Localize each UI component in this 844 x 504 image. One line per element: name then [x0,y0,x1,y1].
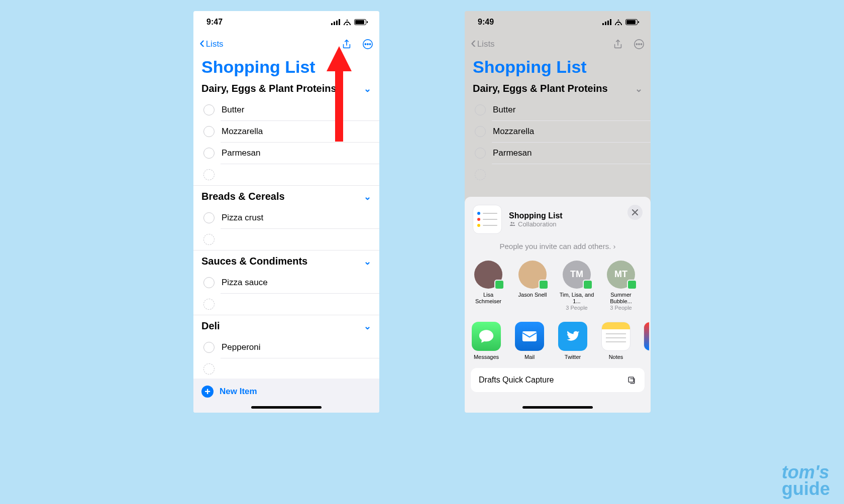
reminder-item[interactable]: Butter [465,99,651,120]
status-bar: 9:49 [465,11,651,33]
svg-point-7 [639,44,640,45]
placeholder-circle [475,169,486,180]
checkbox-circle[interactable] [203,126,215,137]
share-contact[interactable]: TMTim, Lisa, and 1...3 People [559,261,594,312]
nav-bar: Lists [193,33,379,55]
checkbox-circle[interactable] [203,342,215,353]
avatar: TM [563,261,591,289]
chevron-down-icon: ⌄ [364,83,371,94]
section-header[interactable]: Breads & Cereals ⌄ [193,185,379,207]
checkbox-circle[interactable] [475,104,486,115]
share-contact[interactable]: Lisa Schmeiser [471,261,506,312]
share-app-notes[interactable]: Notes [600,322,631,360]
share-sheet-title: Shopping List [509,211,563,220]
phone-left: 9:47 Lists Shopping List [193,11,379,413]
section-name: Deli [201,320,220,332]
section-name: Dairy, Eggs & Plant Proteins [201,83,337,94]
section-header[interactable]: Dairy, Eggs & Plant Proteins ⌄ [193,81,379,99]
new-item-label: New Item [220,387,257,397]
section-name: Sauces & Condiments [201,256,307,267]
section-header[interactable]: Sauces & Condiments ⌄ [193,250,379,272]
reminder-item[interactable]: Mozzarella [193,121,379,142]
checkbox-circle[interactable] [203,148,215,159]
back-button[interactable]: Lists [471,38,495,50]
wifi-icon [343,19,351,25]
app-label: Mail [514,354,545,360]
status-time: 9:47 [206,18,223,27]
permission-button[interactable]: People you invite can add others. [465,239,651,258]
chevron-down-icon: ⌄ [364,256,371,267]
home-indicator [522,406,593,409]
reminder-item[interactable]: Butter [193,99,379,120]
back-label: Lists [477,39,495,49]
new-item-placeholder[interactable] [193,164,379,185]
new-item-placeholder[interactable] [193,358,379,380]
item-label: Butter [222,105,371,115]
close-button[interactable] [627,205,643,220]
home-indicator [251,406,322,409]
share-app-mail[interactable]: Mail [514,322,545,360]
page-title: Shopping List [193,55,379,81]
back-button[interactable]: Lists [199,38,224,50]
reminder-item[interactable]: Pepperoni [193,337,379,358]
placeholder-circle [203,363,215,374]
chevron-down-icon: ⌄ [364,321,371,332]
section-name: Dairy, Eggs & Plant Proteins [473,83,608,94]
reminder-item[interactable]: Mozzarella [465,121,651,142]
item-label: Pizza crust [222,213,371,223]
share-app-twitter[interactable]: Twitter [557,322,588,360]
status-icons [602,19,638,25]
svg-rect-11 [522,331,537,341]
checkbox-circle[interactable] [203,277,215,288]
new-item-button[interactable]: + New Item [201,386,257,398]
messages-badge-icon [539,280,549,290]
section-name: Breads & Cereals [201,191,285,202]
cellular-icon [331,19,340,25]
share-contact[interactable]: Jason Snell [515,261,550,312]
svg-point-8 [641,44,642,45]
checkbox-circle[interactable] [203,104,215,115]
placeholder-circle [203,299,215,310]
contact-name: Summer Bubble... [603,292,639,305]
reminder-item[interactable]: Pizza crust [193,207,379,228]
new-item-placeholder[interactable] [193,294,379,315]
share-button[interactable] [341,39,352,50]
share-button[interactable] [612,39,623,50]
checkbox-circle[interactable] [475,148,486,159]
messages-badge-icon [627,280,637,290]
svg-point-10 [513,222,514,224]
share-app-more[interactable] [644,322,650,360]
share-contact[interactable]: MTSummer Bubble...3 People [603,261,639,312]
app-label: Messages [471,354,502,360]
contact-sub: 3 People [603,305,639,311]
reminder-item[interactable]: Pizza sauce [193,272,379,293]
checkbox-circle[interactable] [203,212,215,223]
reminder-item[interactable]: Parmesan [465,143,651,164]
new-item-placeholder[interactable] [465,164,651,185]
svg-point-6 [636,44,637,45]
more-button[interactable] [362,39,373,50]
section-header[interactable]: Dairy, Eggs & Plant Proteins ⌄ [465,81,651,99]
share-app-messages[interactable]: Messages [471,322,502,360]
close-icon [632,209,638,215]
svg-point-1 [365,44,366,45]
chevron-down-icon: ⌄ [364,191,371,202]
twitter-icon [558,322,587,351]
share-sheet-subtitle[interactable]: Collaboration [509,220,563,228]
item-label: Mozzarella [493,127,643,137]
share-contact[interactable]: SThe F2 [648,261,651,312]
contact-name: Lisa Schmeiser [471,292,506,305]
section-header[interactable]: Deli ⌄ [193,315,379,337]
svg-point-9 [511,222,513,224]
checkbox-circle[interactable] [475,126,486,137]
app-icon [644,322,650,351]
reminder-item[interactable]: Parmesan [193,143,379,164]
new-item-placeholder[interactable] [193,229,379,250]
phone-right: 9:49 Lists Shopping List [465,11,651,413]
contact-name: Tim, Lisa, and 1... [559,292,594,305]
action-drafts-quick-capture[interactable]: Drafts Quick Capture [471,368,645,392]
more-button[interactable] [634,39,645,50]
messages-badge-icon [583,280,593,290]
back-label: Lists [206,39,224,49]
status-time: 9:49 [478,18,494,27]
